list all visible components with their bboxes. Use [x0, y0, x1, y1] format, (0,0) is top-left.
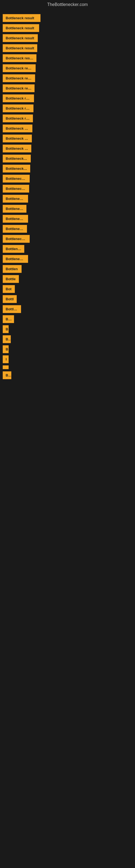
list-item: Bottleneck result [3, 24, 132, 32]
list-item: Bottleneck result [3, 64, 132, 72]
bottleneck-badge: Bot [3, 315, 14, 323]
bottleneck-badge: Bottleneck resu [3, 215, 28, 223]
list-item: Bottleneck result [3, 134, 132, 143]
bottleneck-badge: Bottleneck re [3, 225, 27, 233]
list-item: Bottleneck result [3, 165, 132, 173]
bottleneck-badge: Bo [3, 371, 11, 379]
bottleneck-badge: Bottleneck resu [3, 255, 28, 263]
bottleneck-badge: Bottleneck result [3, 104, 34, 112]
list-item: Bottlene [3, 305, 132, 313]
bottleneck-badge: I [3, 355, 9, 363]
bottleneck-badge: Bottleneck result [3, 34, 38, 42]
bottleneck-badge: Bottl [3, 295, 17, 303]
list-item: Bottleneck result [3, 155, 132, 162]
bottleneck-badge [3, 365, 9, 369]
list-item: Bottleneck re [3, 225, 132, 233]
bottleneck-badge: Bottleneck result [3, 14, 41, 22]
bottleneck-badge: Bottleneck result [3, 134, 32, 143]
list-item: Bot [3, 285, 132, 293]
list-item: Bottleneck result [3, 104, 132, 112]
list-item: I [3, 355, 132, 363]
bottleneck-badge: Bottleneck result [3, 74, 35, 82]
bottleneck-badge: Bottle [3, 275, 19, 283]
list-item: Bottleneck result [3, 84, 132, 92]
bottleneck-badge: Bottleneck result [3, 54, 37, 62]
bottleneck-badge: Bottleneck result [3, 44, 37, 52]
bottleneck-badge: Bottleneck result [3, 64, 36, 72]
bottleneck-badge: Bottleneck result [3, 185, 29, 193]
bottleneck-badge: Bottleneck resu [3, 195, 28, 203]
list-item: Bottleneck result [3, 175, 132, 183]
list-item [3, 365, 132, 369]
bottleneck-badge: Bottleneck result [3, 94, 34, 102]
list-item: Bottleneck resu [3, 195, 132, 203]
list-item: Bottleneck r [3, 205, 132, 213]
bottleneck-badge: Bottleneck result [3, 124, 32, 132]
bottleneck-badge: Bottleneck result [3, 84, 35, 92]
list-item: Bo [3, 335, 132, 343]
bottleneck-badge: Bottleneck [3, 245, 24, 253]
bottleneck-badge: Bottleneck r [3, 205, 27, 213]
bottleneck-badge: Bottleneck result [3, 165, 30, 173]
bottleneck-badge: Bottleneck result [3, 175, 30, 183]
list-item: Bottleneck resu [3, 255, 132, 263]
list-item: Bottl [3, 295, 132, 303]
list-item: Bottleneck result [3, 34, 132, 42]
bottleneck-badge: Bottleneck result [3, 115, 33, 122]
list-item: Bottleneck result [3, 14, 132, 22]
list-item: Bottleneck result [3, 54, 132, 62]
bottleneck-badge: Bottleneck result [3, 155, 31, 162]
bottleneck-badge: B [3, 345, 9, 353]
list-item: Bottleneck result [3, 44, 132, 52]
list-item: Bottleneck result [3, 185, 132, 193]
bottleneck-badge: Bo [3, 335, 11, 343]
list-item: Bottle [3, 275, 132, 283]
list-item: B [3, 345, 132, 353]
bottleneck-badge: Bottlen [3, 265, 21, 273]
list-item: Bo [3, 371, 132, 379]
list-item: Bottleneck result [3, 115, 132, 122]
bottleneck-badge: Bottlene [3, 305, 21, 313]
items-container: Bottleneck resultBottleneck resultBottle… [0, 9, 135, 384]
list-item: Bottleneck resu [3, 215, 132, 223]
bottleneck-badge: Bottleneck result [3, 145, 31, 152]
list-item: Bot [3, 315, 132, 323]
list-item: Bottleneck result [3, 74, 132, 82]
list-item: Bottleneck result [3, 235, 132, 243]
site-title: TheBottlenecker.com [0, 0, 135, 9]
bottleneck-badge: Bottleneck result [3, 24, 39, 32]
bottleneck-badge: B [3, 325, 9, 333]
bottleneck-badge: Bottleneck result [3, 235, 30, 243]
list-item: Bottleneck result [3, 124, 132, 132]
list-item: Bottleneck [3, 245, 132, 253]
bottleneck-badge: Bot [3, 285, 15, 293]
list-item: Bottlen [3, 265, 132, 273]
list-item: B [3, 325, 132, 333]
list-item: Bottleneck result [3, 145, 132, 152]
list-item: Bottleneck result [3, 94, 132, 102]
